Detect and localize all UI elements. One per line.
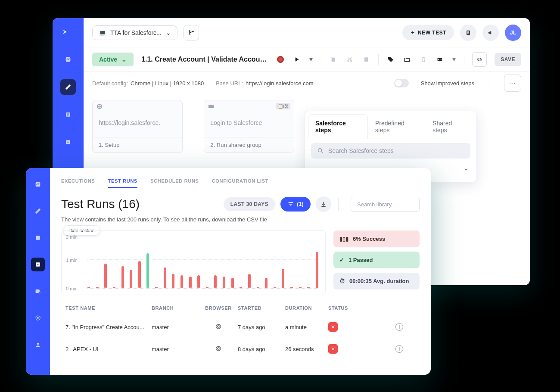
run-bar[interactable] [113,287,115,288]
project-select[interactable]: 💻 TTA for Salesforc... ⌄ [92,25,177,40]
variable-options[interactable]: ▾ [452,55,456,64]
stat-passed: ✓1 Passed [333,252,420,268]
tag-icon [387,56,394,63]
run-bar[interactable] [307,287,310,288]
new-test-button[interactable]: ＋NEW TEST [402,25,454,40]
check-icon: ✓ [339,257,344,263]
run-bar[interactable] [172,274,174,288]
tab-predefined-steps[interactable]: Predefined steps [368,115,425,139]
run-bar[interactable] [223,277,225,288]
run-bar[interactable] [197,275,200,288]
branch-button[interactable] [184,25,199,40]
tab-scheduled-runs[interactable]: SCHEDULED RUNS [150,178,199,188]
run-bar[interactable] [214,275,217,288]
date-range-label: LAST 30 DAYS [230,201,268,207]
nav-list[interactable] [60,107,76,122]
run-bar[interactable] [104,264,107,288]
settings-button[interactable] [472,52,487,67]
run-bar[interactable] [240,287,242,288]
improved-steps-toggle[interactable] [394,79,409,87]
delete-button[interactable] [419,55,428,64]
folder-plus-icon [404,56,411,63]
col-name: TEST NAME [65,305,152,311]
stat-success-value: 6% Success [353,236,385,242]
nav-dashboard[interactable] [60,52,76,67]
run-bar[interactable] [265,278,268,288]
nav-config[interactable] [31,284,45,298]
run-bar[interactable] [180,275,183,288]
play-options[interactable]: ▾ [309,55,313,64]
nav-settings[interactable] [31,311,45,325]
play-button[interactable] [292,55,301,64]
steps-search-input[interactable]: Search Salesforce steps [311,143,470,159]
folder-add-button[interactable] [403,55,411,64]
run-bar[interactable] [189,277,192,288]
step-body: https://login.salesforce. [93,112,182,137]
status-select[interactable]: Active⌄ [92,53,134,66]
copy-button[interactable] [329,55,338,64]
nav-dashboard[interactable] [31,177,45,191]
run-bar[interactable] [121,266,124,288]
run-bar[interactable] [316,252,318,288]
variable-button[interactable] [436,55,444,64]
run-bar[interactable] [299,287,302,288]
announce-button[interactable] [482,25,499,41]
table-body: 7. "In Progress" Create Accou...master7 … [61,316,420,360]
run-bar[interactable] [164,268,166,288]
paste-button[interactable] [362,55,370,64]
table-row[interactable]: 7. "In Progress" Create Accou...master7 … [61,316,420,338]
run-bar[interactable] [130,270,132,288]
run-bar[interactable] [274,287,276,288]
tab-configuration-list[interactable]: CONFIGURATION LIST [212,178,269,188]
step-card[interactable]: https://login.salesforce. 1. Setup [92,100,183,153]
record-button[interactable] [276,55,285,64]
filter-icon [287,201,294,208]
tab-salesforce-steps[interactable]: Salesforce steps [308,115,367,139]
nav-runs[interactable] [31,258,45,271]
search-library-input[interactable]: Search library [351,197,420,212]
timer-icon: ⏱ [339,278,345,284]
nav-editor[interactable] [31,204,45,218]
nav-editor[interactable] [60,79,76,95]
date-range-button[interactable]: LAST 30 DAYS [224,197,275,211]
chart-row: Hide section 2 min 1 min 0 min ▮▯▮6% Suc… [61,230,420,295]
cell-browser [199,323,238,331]
nav-user[interactable] [31,338,45,352]
user-avatar[interactable]: JL [505,25,521,41]
run-bar[interactable] [87,287,90,288]
tag-button[interactable] [386,55,395,64]
download-button[interactable] [316,196,331,212]
run-bar[interactable] [155,287,158,288]
run-bar[interactable] [257,287,259,288]
docs-button[interactable] [460,25,476,41]
step-foot: 2. Run shared group [204,137,294,152]
project-name: TTA for Salesforc... [110,29,162,36]
nav-list[interactable] [31,231,45,245]
more-button[interactable]: ⋯ [504,75,521,92]
info-icon: i [395,345,403,353]
svg-point-23 [216,346,221,351]
tab-shared-steps[interactable]: Shared steps [426,115,473,139]
new-test-label: NEW TEST [418,30,446,36]
save-button[interactable]: SAVE [495,53,521,66]
cut-button[interactable] [345,55,354,64]
run-bar[interactable] [290,287,293,288]
run-bar[interactable] [231,278,234,288]
cut-icon [346,56,353,63]
nav-runs[interactable] [60,134,76,150]
tab-test-runs[interactable]: TEST RUNS [108,178,138,188]
tab-executions[interactable]: EXECUTIONS [61,178,95,188]
run-bar[interactable] [96,287,99,288]
filter-button[interactable]: (1) [280,197,311,212]
cell-info[interactable]: i [363,345,415,353]
run-bar[interactable] [282,269,284,288]
run-bar[interactable] [146,253,149,288]
step-card[interactable]: 📋(8) Login to Salesforce 2. Run shared g… [204,100,294,153]
run-bar[interactable] [206,287,208,288]
plus-icon: ＋ [410,29,416,36]
status-label: Active [99,56,117,63]
run-bar[interactable] [138,261,141,288]
table-row[interactable]: 2 . APEX - UImaster8 days ago26 seconds✕… [61,338,420,360]
run-bar[interactable] [248,274,251,288]
cell-info[interactable]: i [363,323,415,331]
